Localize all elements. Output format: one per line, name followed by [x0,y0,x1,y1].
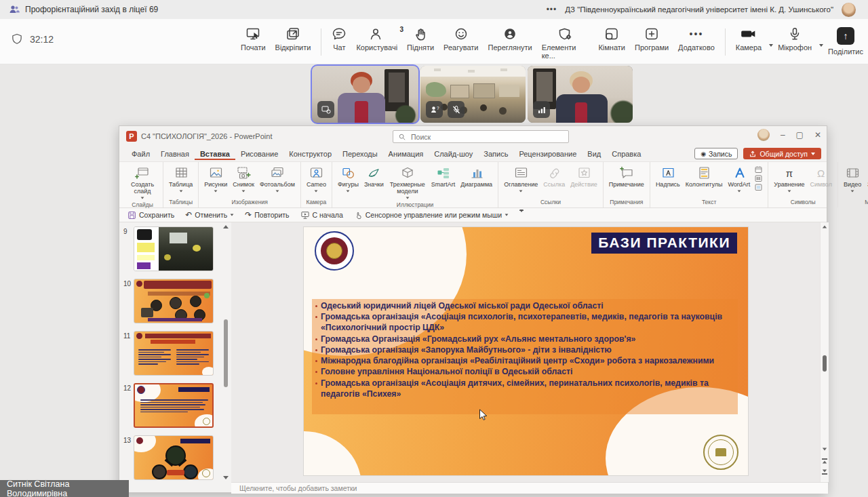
chat-button[interactable]: Чат [327,24,351,54]
thumbs-scroll-down-icon[interactable] [223,476,229,479]
share-button[interactable]: ↑ Поділитис [823,24,868,58]
teams-titlebar: Профорієнтаційний захід в ліцеї 69 ••• Д… [0,0,868,19]
slide-scrollbar[interactable] [820,222,829,482]
tab-draw[interactable]: Рисование [235,148,283,161]
ribbon-photo-album[interactable]: Фотоальбом [258,165,297,193]
record-icon: ◉ [701,151,706,157]
gold-emblem-logo [703,435,738,470]
next-slide-button[interactable] [822,469,827,475]
ribbon-icons[interactable]: Значки [362,165,386,189]
ppt-account-avatar[interactable] [757,129,770,141]
apps-button[interactable]: Програми [630,24,673,54]
unpin-button[interactable]: Відкріпити [271,24,316,54]
search-icon [399,134,406,140]
share-label: Поділитис [828,47,863,56]
user-avatar[interactable] [842,3,856,17]
tab-view[interactable]: Вид [582,148,606,161]
ribbon-cameo[interactable]: Cameo [304,165,328,193]
ribbon-header-footer[interactable]: Колонтитулы [684,165,725,189]
teams-toolbar: 32:12 Почати Відкріпити Чат 3 Користувач… [0,19,868,64]
participants-label: Користувачі [356,43,397,52]
undo-button[interactable]: ↶Отменить [185,210,234,220]
video-tile-classroom[interactable]: ? [420,66,526,123]
record-button[interactable]: ◉Запись [694,148,738,159]
close-button[interactable]: ✕ [814,130,821,140]
undo-icon: ↶ [185,210,192,220]
ribbon-wordart[interactable]: WordArt [726,165,753,193]
slide-bullet-list[interactable]: Одеський юридичний ліцей Одеської місько… [315,300,738,399]
scrollbar-thumb[interactable] [823,355,827,372]
quick-access-toolbar: Сохранить ↶Отменить ↷Повторить С начала … [119,208,827,222]
ribbon-new-slide[interactable]: Создать слайд [125,165,159,200]
camera-label: Камера [736,43,762,52]
rooms-button[interactable]: Кімнати [593,24,630,54]
teams-meeting-icon [9,4,20,15]
ribbon-video[interactable]: Видео [842,165,863,193]
camera-button[interactable]: Камера [731,24,766,54]
save-button[interactable]: Сохранить [127,211,174,220]
slide-canvas[interactable]: БАЗИ ПРАКТИКИ Одеський юридичний ліцей О… [304,227,748,475]
restore-button[interactable]: ▢ [796,130,804,140]
react-label: Реагувати [443,43,478,52]
view-button[interactable]: Переглянути [483,24,536,54]
ribbon-table[interactable]: Таблица [167,165,195,193]
search-box[interactable] [393,130,569,143]
bullet-item: Громадська організація «Асоціація дитячи… [315,378,738,399]
ribbon-chart[interactable]: Диаграмма [458,165,494,189]
slide-editing-area[interactable]: БАЗИ ПРАКТИКИ Одеський юридичний ліцей О… [231,222,820,482]
scroll-down-icon[interactable] [823,448,827,451]
customize-qat-icon[interactable] [519,210,524,220]
more-label: Додатково [678,43,715,52]
thumbs-scrollbar[interactable] [224,319,228,387]
tab-file[interactable]: Файл [126,148,155,161]
shield-icon [11,33,23,45]
ribbon-3d-models[interactable]: Трехмерные модели [387,165,428,200]
tab-animations[interactable]: Анимация [383,148,429,161]
raise-hand-button[interactable]: Підняти [402,24,439,54]
ribbon-shapes[interactable]: Фигуры [336,165,361,193]
ribbon-text-small-buttons[interactable] [753,165,764,191]
tab-insert[interactable]: Вставка [195,148,235,161]
touch-mode-button[interactable]: Сенсорное управление или режим мыши [354,211,509,220]
ribbon-pictures[interactable]: Рисунки [202,165,229,193]
ribbon-smartart[interactable]: SmartArt [429,165,458,189]
mic-button[interactable]: Мікрофон [773,24,816,54]
control-elements-button[interactable]: Елементи ке... [537,24,594,62]
thumbs-scroll-up-icon[interactable] [223,225,229,228]
ribbon-textbox[interactable]: Надпись [654,165,682,189]
minimize-button[interactable]: – [781,130,785,140]
tab-help[interactable]: Справка [606,148,646,161]
tab-design[interactable]: Конструктор [283,148,337,161]
tab-home[interactable]: Главная [155,148,195,161]
tab-review[interactable]: Рецензирование [513,148,582,161]
ribbon-comment[interactable]: Примечание [607,165,646,189]
ribbon-screenshot[interactable]: Снимок [231,165,256,193]
ribbon-audio[interactable]: Звук [865,165,868,193]
meeting-timer: 32:12 [30,34,54,45]
notes-pane[interactable]: Щелкните, чтобы добавить заметки [231,482,828,494]
tile-attendee-icon: ? [426,101,443,118]
video-tile-participant[interactable] [528,66,633,123]
from-start-button[interactable]: С начала [300,211,343,220]
tab-transitions[interactable]: Переходы [337,148,383,161]
react-button[interactable]: Реагувати [439,24,483,54]
participants-button[interactable]: 3 Користувачі [351,24,402,54]
share-access-button[interactable]: Общий доступ [743,148,821,159]
chat-label: Чат [333,43,345,52]
search-input[interactable] [410,132,548,142]
university-seal-logo [315,231,354,271]
unpin-label: Відкріпити [275,43,311,52]
tab-record[interactable]: Запись [478,148,513,161]
more-button[interactable]: ••• Додатково [673,24,719,54]
ribbon-toc[interactable]: Оглавление [502,165,540,193]
start-button[interactable]: Почати [236,24,271,54]
titlebar-more-icon[interactable]: ••• [547,5,557,14]
redo-button[interactable]: ↷Повторить [245,210,289,220]
ribbon-equation[interactable]: πУравнение [772,165,806,193]
toolbar-divider [321,28,321,56]
tab-slideshow[interactable]: Слайд-шоу [429,148,478,161]
previous-slide-button[interactable] [822,458,827,464]
video-tile-speaker[interactable] [312,66,418,123]
scroll-up-icon[interactable] [823,226,827,228]
slide-title[interactable]: БАЗИ ПРАКТИКИ [591,233,737,254]
